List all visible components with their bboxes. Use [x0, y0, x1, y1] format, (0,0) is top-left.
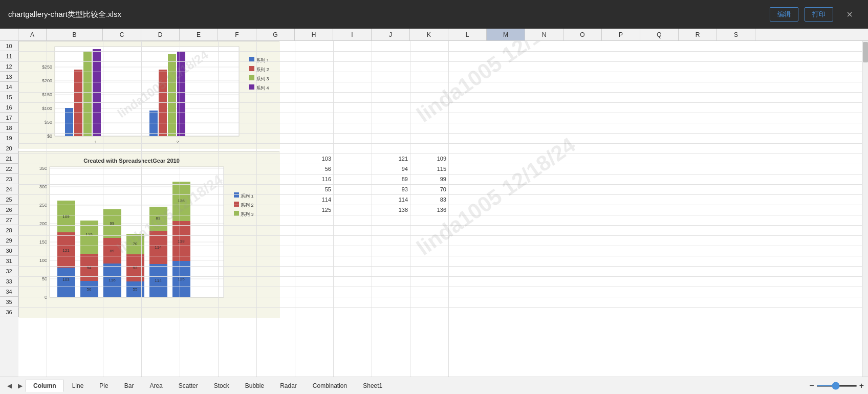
b2-6-s3 — [172, 182, 190, 221]
cell-k25[interactable]: 83 — [410, 194, 448, 205]
row-num-12[interactable]: 12 — [0, 61, 18, 72]
vertical-scrollbar[interactable] — [862, 41, 868, 377]
zoom-slider[interactable] — [816, 385, 857, 387]
cell-h25[interactable]: 114 — [295, 194, 333, 205]
bar-g1-s3 — [83, 52, 92, 136]
row-num-26[interactable]: 26 — [0, 205, 18, 215]
tab-scatter[interactable]: Scatter — [171, 380, 206, 391]
charts-overlay: linda1005 12/18/24 linda1005 12/18/24 — [18, 41, 868, 377]
row-num-28[interactable]: 28 — [0, 225, 18, 235]
row-num-27[interactable]: 27 — [0, 215, 18, 225]
row-num-24[interactable]: 24 — [0, 184, 18, 194]
col-header-c[interactable]: C — [103, 29, 141, 40]
col-header-m[interactable]: M — [487, 29, 525, 40]
row-num-29[interactable]: 29 — [0, 235, 18, 246]
cell-k21[interactable]: 109 — [410, 154, 448, 164]
cell-h24[interactable]: 55 — [295, 184, 333, 194]
col-header-j[interactable]: J — [372, 29, 410, 40]
b2-5-s3 — [149, 207, 167, 231]
cell-k23[interactable]: 99 — [410, 174, 448, 184]
tab-sheet1[interactable]: Sheet1 — [355, 380, 390, 391]
cell-h21[interactable]: 103 — [295, 154, 333, 164]
c2-legend-s1-label: 系列 1 — [241, 193, 254, 199]
close-button[interactable]: × — [839, 7, 860, 23]
row-num-16[interactable]: 16 — [0, 102, 18, 113]
row-num-17[interactable]: 17 — [0, 113, 18, 123]
tab-stock[interactable]: Stock — [206, 380, 237, 391]
row-num-13[interactable]: 13 — [0, 72, 18, 82]
bv-3-s2: 89 — [110, 249, 115, 253]
col-header-r[interactable]: R — [679, 29, 717, 40]
legend-label-s2: 系列 2 — [256, 67, 269, 72]
cell-h22[interactable]: 56 — [295, 164, 333, 174]
col-header-a[interactable]: A — [18, 29, 47, 40]
zoom-in-button[interactable]: + — [859, 381, 864, 390]
row-num-15[interactable]: 15 — [0, 92, 18, 102]
cell-j25[interactable]: 114 — [372, 194, 410, 205]
tab-line[interactable]: Line — [64, 380, 92, 391]
x-label-2: 2 — [176, 140, 179, 145]
row-num-30[interactable]: 30 — [0, 246, 18, 256]
row-num-14[interactable]: 14 — [0, 82, 18, 92]
tab-pie[interactable]: Pie — [92, 380, 116, 391]
cell-j24[interactable]: 93 — [372, 184, 410, 194]
row-num-19[interactable]: 19 — [0, 133, 18, 143]
y2-350: 350 — [39, 166, 47, 171]
cell-j22[interactable]: 94 — [372, 164, 410, 174]
row-num-25[interactable]: 25 — [0, 194, 18, 205]
legend-box-s4 — [249, 84, 254, 90]
edit-button[interactable]: 编辑 — [770, 7, 798, 21]
cell-j26[interactable]: 138 — [372, 205, 410, 215]
col-header-f[interactable]: F — [218, 29, 256, 40]
cell-k24[interactable]: 70 — [410, 184, 448, 194]
col-header-l[interactable]: L — [448, 29, 487, 40]
row-num-31[interactable]: 31 — [0, 256, 18, 266]
zoom-out-button[interactable]: − — [809, 381, 814, 390]
sheet-nav-next[interactable]: ▶ — [15, 381, 26, 390]
row-num-10[interactable]: 10 — [0, 41, 18, 51]
tab-bar[interactable]: Bar — [117, 380, 142, 391]
col-header-i[interactable]: I — [333, 29, 372, 40]
cell-h26[interactable]: 125 — [295, 205, 333, 215]
cell-k22[interactable]: 115 — [410, 164, 448, 174]
col-header-s[interactable]: S — [717, 29, 755, 40]
row-num-34[interactable]: 34 — [0, 287, 18, 297]
col-header-d[interactable]: D — [141, 29, 180, 40]
tab-radar[interactable]: Radar — [272, 380, 305, 391]
print-button[interactable]: 打印 — [805, 7, 833, 21]
col-header-p[interactable]: P — [602, 29, 640, 40]
bv-3-s3: 99 — [110, 221, 115, 226]
col-header-k[interactable]: K — [410, 29, 448, 40]
row-num-32[interactable]: 32 — [0, 266, 18, 276]
row-num-36[interactable]: 36 — [0, 307, 18, 317]
row-num-20[interactable]: 20 — [0, 143, 18, 154]
row-num-18[interactable]: 18 — [0, 123, 18, 133]
cell-j21[interactable]: 121 — [372, 154, 410, 164]
b2-2-s3 — [80, 221, 98, 254]
col-header-g[interactable]: G — [256, 29, 295, 40]
sheet-nav-prev[interactable]: ◀ — [4, 381, 15, 390]
cell-j23[interactable]: 89 — [372, 174, 410, 184]
cell-k26[interactable]: 136 — [410, 205, 448, 215]
tab-combination[interactable]: Combination — [305, 380, 355, 391]
tab-column[interactable]: Column — [26, 380, 64, 392]
col-header-q[interactable]: Q — [640, 29, 679, 40]
col-header-e[interactable]: E — [180, 29, 218, 40]
col-header-o[interactable]: O — [563, 29, 602, 40]
tab-bubble[interactable]: Bubble — [237, 380, 272, 391]
col-header-b[interactable]: B — [47, 29, 103, 40]
col-header-n[interactable]: N — [525, 29, 563, 40]
tab-area[interactable]: Area — [142, 380, 170, 391]
row-num-35[interactable]: 35 — [0, 297, 18, 307]
row-num-11[interactable]: 11 — [0, 51, 18, 61]
row-num-23[interactable]: 23 — [0, 174, 18, 184]
row-num-33[interactable]: 33 — [0, 276, 18, 287]
row-num-22[interactable]: 22 — [0, 164, 18, 174]
scrollbar-thumb[interactable] — [863, 42, 868, 62]
y-label-0: $0 — [47, 134, 52, 139]
cell-h23[interactable]: 116 — [295, 174, 333, 184]
row-num-21[interactable]: 21 — [0, 154, 18, 164]
col-header-h[interactable]: H — [295, 29, 333, 40]
c2-legend-s2-box — [234, 202, 239, 207]
chart2-svg: Created with SpreadsheetGear 2010 — [19, 151, 280, 318]
